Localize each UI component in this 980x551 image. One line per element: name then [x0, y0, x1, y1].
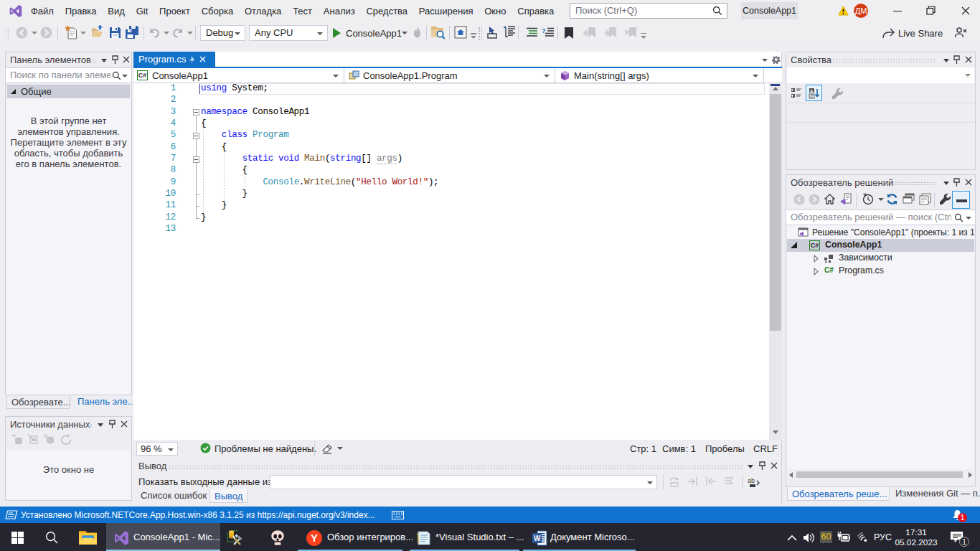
svg-text:W: W	[534, 534, 541, 542]
svg-text:A: A	[810, 89, 814, 93]
svg-text:?: ?	[542, 27, 546, 34]
svg-text:Z: Z	[811, 94, 814, 98]
svg-text:ab: ab	[748, 477, 755, 484]
